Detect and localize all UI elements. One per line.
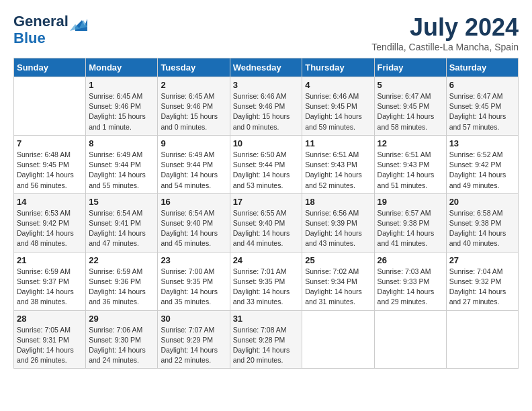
day-cell: 14Sunrise: 6:53 AMSunset: 9:42 PMDayligh… [14,193,86,252]
day-info: Sunrise: 6:54 AMSunset: 9:40 PMDaylight:… [161,208,226,249]
column-header-tuesday: Tuesday [158,58,230,77]
day-info: Sunrise: 6:45 AMSunset: 9:46 PMDaylight:… [161,91,226,132]
day-cell: 22Sunrise: 6:59 AMSunset: 9:36 PMDayligh… [86,252,158,310]
day-info: Sunrise: 7:06 AMSunset: 9:30 PMDaylight:… [89,325,154,366]
day-info: Sunrise: 6:59 AMSunset: 9:37 PMDaylight:… [17,267,83,308]
day-cell: 5Sunrise: 6:47 AMSunset: 9:45 PMDaylight… [374,77,446,136]
day-cell: 17Sunrise: 6:55 AMSunset: 9:40 PMDayligh… [230,193,302,252]
day-cell: 27Sunrise: 7:04 AMSunset: 9:32 PMDayligh… [446,252,518,310]
column-header-monday: Monday [86,58,158,77]
day-info: Sunrise: 7:07 AMSunset: 9:29 PMDaylight:… [161,325,226,366]
day-info: Sunrise: 7:08 AMSunset: 9:28 PMDaylight:… [233,325,300,366]
header-row: SundayMondayTuesdayWednesdayThursdayFrid… [14,58,519,77]
day-cell: 18Sunrise: 6:56 AMSunset: 9:39 PMDayligh… [302,193,374,252]
day-info: Sunrise: 6:59 AMSunset: 9:36 PMDaylight:… [89,267,154,308]
day-cell [302,310,374,369]
day-number: 12 [378,138,443,148]
day-number: 13 [449,138,515,148]
day-cell: 24Sunrise: 7:01 AMSunset: 9:35 PMDayligh… [230,252,302,310]
day-number: 9 [161,138,226,148]
day-number: 15 [89,197,154,207]
day-number: 6 [449,80,515,90]
calendar-table: SundayMondayTuesdayWednesdayThursdayFrid… [13,58,519,369]
column-header-wednesday: Wednesday [230,58,302,77]
logo: General Blue [13,13,87,46]
day-info: Sunrise: 6:51 AMSunset: 9:43 PMDaylight:… [378,150,443,191]
day-info: Sunrise: 6:55 AMSunset: 9:40 PMDaylight:… [233,208,300,249]
day-cell: 1Sunrise: 6:45 AMSunset: 9:46 PMDaylight… [86,77,158,136]
day-number: 28 [17,314,83,324]
day-cell [14,77,86,136]
day-info: Sunrise: 6:47 AMSunset: 9:45 PMDaylight:… [449,91,515,132]
day-info: Sunrise: 6:50 AMSunset: 9:44 PMDaylight:… [233,150,300,191]
day-number: 1 [89,80,154,90]
day-info: Sunrise: 6:49 AMSunset: 9:44 PMDaylight:… [89,150,154,191]
day-cell: 10Sunrise: 6:50 AMSunset: 9:44 PMDayligh… [230,135,302,193]
day-info: Sunrise: 7:05 AMSunset: 9:31 PMDaylight:… [17,325,83,366]
day-cell: 21Sunrise: 6:59 AMSunset: 9:37 PMDayligh… [14,252,86,310]
day-number: 25 [305,255,371,265]
day-info: Sunrise: 6:49 AMSunset: 9:44 PMDaylight:… [161,150,226,191]
day-number: 16 [161,197,226,207]
day-number: 5 [378,80,443,90]
day-number: 20 [449,197,515,207]
day-cell: 30Sunrise: 7:07 AMSunset: 9:29 PMDayligh… [158,310,230,369]
day-number: 31 [233,314,300,324]
day-cell: 8Sunrise: 6:49 AMSunset: 9:44 PMDaylight… [86,135,158,193]
day-cell: 2Sunrise: 6:45 AMSunset: 9:46 PMDaylight… [158,77,230,136]
day-cell: 20Sunrise: 6:58 AMSunset: 9:38 PMDayligh… [446,193,518,252]
day-cell: 7Sunrise: 6:48 AMSunset: 9:45 PMDaylight… [14,135,86,193]
day-info: Sunrise: 7:02 AMSunset: 9:34 PMDaylight:… [305,267,371,308]
day-cell: 13Sunrise: 6:52 AMSunset: 9:42 PMDayligh… [446,135,518,193]
day-number: 11 [305,138,371,148]
column-header-sunday: Sunday [14,58,86,77]
day-number: 18 [305,197,371,207]
day-number: 4 [305,80,371,90]
day-info: Sunrise: 6:46 AMSunset: 9:46 PMDaylight:… [233,91,300,132]
day-info: Sunrise: 6:57 AMSunset: 9:38 PMDaylight:… [378,208,443,249]
day-cell: 19Sunrise: 6:57 AMSunset: 9:38 PMDayligh… [374,193,446,252]
day-number: 2 [161,80,226,90]
week-row-2: 7Sunrise: 6:48 AMSunset: 9:45 PMDaylight… [14,135,519,193]
page-header: General Blue July 2024 Tendilla, Castill… [13,13,519,52]
day-info: Sunrise: 7:03 AMSunset: 9:33 PMDaylight:… [378,267,443,308]
day-number: 19 [378,197,443,207]
day-number: 10 [233,138,300,148]
day-cell: 16Sunrise: 6:54 AMSunset: 9:40 PMDayligh… [158,193,230,252]
day-number: 21 [17,255,83,265]
column-header-thursday: Thursday [302,58,374,77]
day-info: Sunrise: 6:54 AMSunset: 9:41 PMDaylight:… [89,208,154,249]
day-cell: 28Sunrise: 7:05 AMSunset: 9:31 PMDayligh… [14,310,86,369]
title-block: July 2024 Tendilla, Castille-La Mancha, … [371,13,519,52]
column-header-friday: Friday [374,58,446,77]
week-row-5: 28Sunrise: 7:05 AMSunset: 9:31 PMDayligh… [14,310,519,369]
logo-text: General [13,13,87,31]
day-cell: 15Sunrise: 6:54 AMSunset: 9:41 PMDayligh… [86,193,158,252]
day-number: 8 [89,138,154,148]
day-number: 23 [161,255,226,265]
day-info: Sunrise: 6:58 AMSunset: 9:38 PMDaylight:… [449,208,515,249]
day-info: Sunrise: 6:52 AMSunset: 9:42 PMDaylight:… [449,150,515,191]
logo-blue: Blue [13,31,87,46]
day-cell: 23Sunrise: 7:00 AMSunset: 9:35 PMDayligh… [158,252,230,310]
day-info: Sunrise: 7:00 AMSunset: 9:35 PMDaylight:… [161,267,226,308]
day-number: 22 [89,255,154,265]
day-info: Sunrise: 6:56 AMSunset: 9:39 PMDaylight:… [305,208,371,249]
day-number: 24 [233,255,300,265]
day-number: 26 [378,255,443,265]
day-number: 29 [89,314,154,324]
day-cell: 3Sunrise: 6:46 AMSunset: 9:46 PMDaylight… [230,77,302,136]
day-info: Sunrise: 6:48 AMSunset: 9:45 PMDaylight:… [17,150,83,191]
day-number: 30 [161,314,226,324]
day-number: 3 [233,80,300,90]
day-number: 27 [449,255,515,265]
day-info: Sunrise: 7:04 AMSunset: 9:32 PMDaylight:… [449,267,515,308]
day-cell: 12Sunrise: 6:51 AMSunset: 9:43 PMDayligh… [374,135,446,193]
day-number: 7 [17,138,83,148]
location: Tendilla, Castille-La Mancha, Spain [371,42,519,52]
day-cell: 11Sunrise: 6:51 AMSunset: 9:43 PMDayligh… [302,135,374,193]
day-info: Sunrise: 6:53 AMSunset: 9:42 PMDaylight:… [17,208,83,249]
day-info: Sunrise: 6:45 AMSunset: 9:46 PMDaylight:… [89,91,154,132]
day-number: 17 [233,197,300,207]
day-cell: 31Sunrise: 7:08 AMSunset: 9:28 PMDayligh… [230,310,302,369]
